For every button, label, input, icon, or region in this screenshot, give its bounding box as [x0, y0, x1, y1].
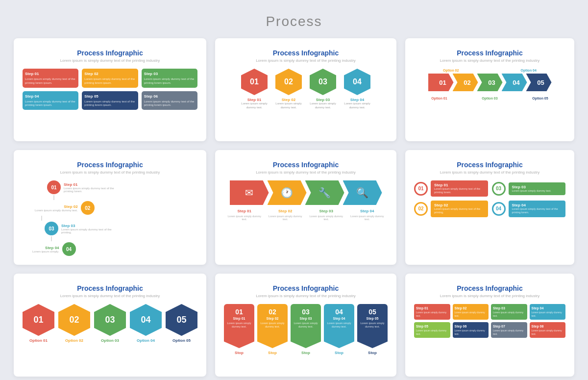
card-7: Process Infographic Lorem ipsum is simpl… — [14, 274, 206, 377]
card-4: Process Infographic Lorem ipsum is simpl… — [14, 150, 206, 265]
bighex-3: 03 Option 03 — [94, 304, 126, 343]
card-9-subtitle: Lorem ipsum is simply dummy text of the … — [440, 294, 540, 298]
step-box-1: Step 01 Lorem ipsum simply dummy text of… — [23, 69, 78, 88]
hex-row-2: 01 Step 01 Lorem ipsum simply dummy text… — [240, 69, 372, 110]
card-1-subtitle: Lorem ipsum is simply dummy text of the … — [60, 58, 160, 63]
steps-grid-1: Step 01 Lorem ipsum simply dummy text of… — [23, 69, 197, 110]
step-2col-2: 02 Step 02 Lorem ipsum simply dummy text… — [414, 201, 488, 217]
arrows-row-3: 01 02 03 04 05 — [428, 74, 552, 91]
timeline-item-1: 01 Step 01 Lorem ipsum simply dummy text… — [27, 180, 193, 194]
card-7-title: Process Infographic — [77, 284, 143, 292]
card-8-subtitle: Lorem ipsum is simply dummy text of the … — [256, 294, 356, 298]
eight-step-1: Step 01 Lorem ipsum simply dummy text. — [414, 304, 450, 320]
card-5-subtitle: Lorem ipsum is simply dummy text of the … — [256, 170, 356, 175]
card-3-subtitle: Lorem ipsum is simply dummy text of the … — [440, 58, 540, 63]
card-7-subtitle: Lorem ipsum is simply dummy text of the … — [60, 294, 160, 298]
hex-item-2: 02 Step 02 Lorem ipsum simply dummy text… — [274, 69, 303, 110]
bookmark-1: 01 Step 01 Lorem ipsum simply dummy text… — [224, 304, 254, 355]
bighex-2: 02 Option 02 — [58, 304, 90, 343]
card-3: Process Infographic Lorem ipsum is simpl… — [405, 38, 574, 141]
step-box-2: Step 02 Lorem ipsum simply dummy text of… — [82, 69, 138, 88]
icon-arrows-row: ✉ 🕐 🔧 🔍 — [230, 180, 382, 205]
step-box-5: Step 05 Lorem ipsum simply dummy text of… — [82, 91, 138, 110]
eight-step-7: Step 07 Lorem ipsum simply dummy text. — [491, 322, 527, 338]
card-9: Process Infographic Lorem ipsum is simpl… — [405, 274, 574, 377]
eight-step-6: Step 06 Lorem ipsum simply dummy text. — [453, 322, 489, 338]
bookmark-4: 04 Step 04 Lorem ipsum simply dummy text… — [324, 304, 354, 355]
card-2-subtitle: Lorem ipsum is simply dummy text of the … — [256, 58, 356, 63]
hex-item-4: 04 Step 04 Lorem ipsum simply dummy text… — [343, 69, 372, 110]
big-hex-row: 01 Option 01 02 Option 02 03 Option 03 0… — [23, 304, 197, 343]
step-2col-4: 04 Step 04 Lorem ipsum simply dummy text… — [492, 201, 566, 217]
page-title: Process — [0, 0, 588, 38]
bighex-1: 01 Option 01 — [23, 304, 54, 343]
hex-item-3: 03 Step 03 Lorem ipsum simply dummy text… — [308, 69, 338, 110]
infographic-grid: Process Infographic Lorem ipsum is simpl… — [0, 38, 588, 380]
eight-step-5: Step 05 Lorem ipsum simply dummy text. — [414, 322, 450, 338]
card-6-title: Process Infographic — [457, 161, 523, 169]
card-2-title: Process Infographic — [273, 49, 339, 57]
eight-step-8: Step 08 Lorem ipsum simply dummy text. — [530, 322, 566, 338]
step-2col-3: 03 Step 03 Lorem ipsum simply dummy text… — [492, 180, 566, 197]
card-9-title: Process Infographic — [457, 284, 523, 292]
eight-step-2: Step 02 Lorem ipsum simply dummy text. — [453, 304, 489, 320]
step-box-3: Step 03 Lorem ipsum simply dummy text of… — [142, 69, 197, 88]
card-1: Process Infographic Lorem ipsum is simpl… — [14, 38, 206, 141]
card-2: Process Infographic Lorem ipsum is simpl… — [215, 38, 396, 141]
step-box-4: Step 04 Lorem ipsum simply dummy text of… — [23, 91, 78, 110]
bookmark-5: 05 Step 05 Lorem ipsum simply dummy text… — [357, 304, 388, 355]
bookmark-3: 03 Step 03 Lorem ipsum simply dummy text… — [291, 304, 321, 355]
card-8-title: Process Infographic — [273, 284, 339, 292]
eight-steps-grid: Step 01 Lorem ipsum simply dummy text. S… — [414, 304, 565, 338]
bookmarks-row: 01 Step 01 Lorem ipsum simply dummy text… — [224, 304, 388, 355]
card-5-title: Process Infographic — [273, 161, 339, 169]
timeline-item-3: 03 Step 03 Lorem ipsum simply dummy text… — [27, 222, 193, 235]
timeline-item-2: 02 Step 02 Lorem ipsum simply dummy text… — [27, 201, 193, 215]
bighex-5: 05 Option 05 — [166, 304, 197, 343]
eight-step-4: Step 04 Lorem ipsum simply dummy text. — [530, 304, 566, 320]
bighex-4: 04 Option 04 — [130, 304, 162, 343]
timeline-item-4: 04 Step 04 Lorem ipsum simply. — [27, 242, 193, 256]
hex-item-1: 01 Step 01 Lorem ipsum simply dummy text… — [240, 69, 269, 110]
card-4-subtitle: Lorem ipsum is simply dummy text of the … — [60, 170, 160, 175]
card-4-title: Process Infographic — [77, 161, 143, 169]
card-8: Process Infographic Lorem ipsum is simpl… — [215, 274, 396, 377]
card-6-subtitle: Lorem ipsum is simply dummy text of the … — [440, 170, 540, 175]
step-box-6: Step 06 Lorem ipsum simply dummy text of… — [142, 91, 197, 110]
card-5: Process Infographic Lorem ipsum is simpl… — [215, 150, 396, 265]
bookmark-2: 02 Step 02 Lorem ipsum simply dummy text… — [257, 304, 288, 355]
step-2col-1: 01 Step 01 Lorem ipsum simply dummy text… — [414, 180, 488, 197]
two-col-steps: 01 Step 01 Lorem ipsum simply dummy text… — [414, 180, 565, 217]
eight-step-3: Step 03 Lorem ipsum simply dummy text. — [491, 304, 527, 320]
card-3-title: Process Infographic — [457, 49, 523, 57]
card-1-title: Process Infographic — [77, 49, 143, 57]
card-6: Process Infographic Lorem ipsum is simpl… — [405, 150, 574, 265]
